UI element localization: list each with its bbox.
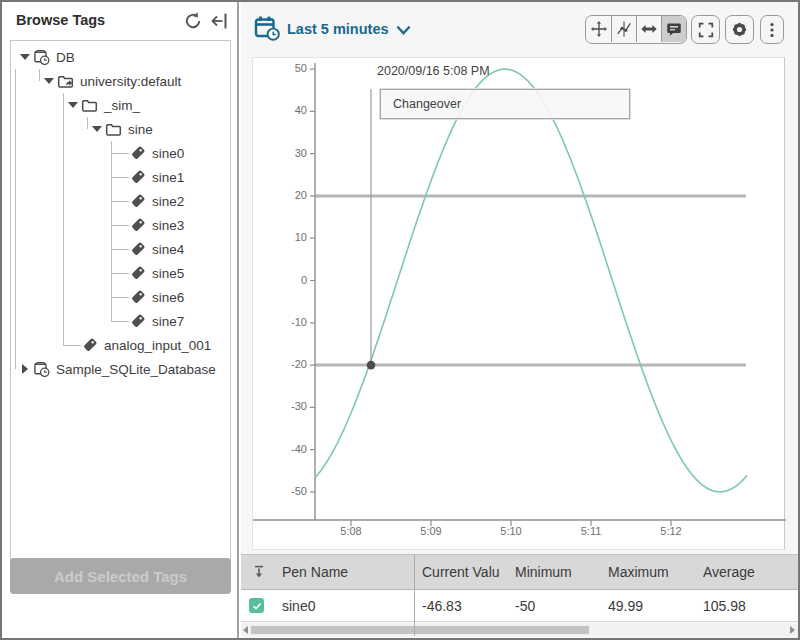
y-tick-label: 40 (253, 104, 307, 116)
horizontal-scrollbar[interactable] (241, 624, 798, 636)
tag-icon (129, 265, 146, 282)
tree-item-label: analog_input_001 (104, 338, 211, 353)
tag-tree: DBuniversity:default_sim_sinesine0sine1s… (10, 40, 231, 589)
time-range-selector[interactable]: Last 5 minutes (287, 21, 389, 37)
pin-column-header[interactable] (247, 555, 271, 589)
column-header-maximum[interactable]: Maximum (608, 555, 669, 589)
limit-lines (315, 196, 746, 365)
tree-item-sine[interactable]: sine (11, 117, 230, 141)
trend-cursor-button[interactable] (611, 16, 636, 42)
scroll-left-arrow[interactable] (243, 626, 248, 634)
column-header-minimum[interactable]: Minimum (515, 555, 572, 589)
expander-spacer (113, 189, 129, 213)
tree-item-university:default[interactable]: university:default (11, 69, 230, 93)
calendar-clock-icon[interactable] (254, 15, 281, 42)
more-options-button[interactable] (760, 15, 784, 44)
pan-icon (590, 20, 608, 38)
refresh-icon[interactable] (183, 11, 203, 31)
chart-tools-group (585, 15, 687, 44)
add-selected-tags-button[interactable]: Add Selected Tags (10, 558, 231, 594)
pen-row-sine0[interactable]: sine0 -46.83 -50 49.99 105.98 (241, 590, 798, 622)
horizontal-range-icon (640, 20, 658, 38)
fullscreen-button[interactable] (691, 15, 720, 44)
expander-spacer (113, 237, 129, 261)
tree-item-label: sine1 (152, 170, 184, 185)
tag-icon (129, 217, 146, 234)
app-window: Browse Tags DBuniversity:default_sim_sin… (0, 0, 800, 640)
db-icon (33, 361, 50, 378)
expander-down-icon[interactable] (89, 117, 105, 141)
y-tick-label: -10 (253, 316, 307, 328)
tree-item-label: sine7 (152, 314, 184, 329)
pen-checkbox[interactable] (249, 598, 264, 613)
folder-icon (81, 97, 98, 114)
tree-item-sine2[interactable]: sine2 (11, 189, 230, 213)
tree-item-DB[interactable]: DB (11, 45, 230, 69)
y-tick-label: 20 (253, 189, 307, 201)
expander-spacer (113, 141, 129, 165)
annotation-marker-dot[interactable] (367, 361, 376, 370)
column-header-average[interactable]: Average (703, 555, 755, 589)
tree-item-sine7[interactable]: sine7 (11, 309, 230, 333)
x-tick-label: 5:11 (569, 525, 613, 537)
settings-button[interactable] (725, 15, 754, 44)
tree-item-sine4[interactable]: sine4 (11, 237, 230, 261)
tree-item-sine6[interactable]: sine6 (11, 285, 230, 309)
expander-down-icon[interactable] (17, 45, 33, 69)
column-header-pen-name[interactable]: Pen Name (282, 555, 348, 589)
expander-down-icon[interactable] (41, 69, 57, 93)
annotation-icon (665, 20, 683, 38)
chevron-down-icon[interactable] (396, 25, 411, 36)
minimum-cell: -50 (515, 590, 535, 621)
browse-tags-header: Browse Tags (2, 2, 237, 40)
browse-tags-panel: Browse Tags DBuniversity:default_sim_sin… (2, 2, 239, 638)
y-tick-label: -30 (253, 400, 307, 412)
horizontal-range-button[interactable] (636, 16, 661, 42)
annotation-box[interactable]: Changeover (380, 89, 630, 119)
pen-name-cell: sine0 (282, 590, 315, 621)
y-tick-label: -20 (253, 358, 307, 370)
tree-item-analog_input_001[interactable]: analog_input_001 (11, 333, 230, 357)
scrollbar-thumb[interactable] (251, 626, 589, 634)
folder-icon (105, 121, 122, 138)
tree-item-sine0[interactable]: sine0 (11, 141, 230, 165)
fullscreen-icon (697, 21, 715, 39)
expander-spacer (113, 165, 129, 189)
sine0-curve (315, 69, 747, 492)
tree-item-sine5[interactable]: sine5 (11, 261, 230, 285)
tree-item-_sim_[interactable]: _sim_ (11, 93, 230, 117)
expander-right-icon[interactable] (17, 357, 33, 381)
pan-button[interactable] (586, 16, 611, 42)
tree-item-label: sine6 (152, 290, 184, 305)
folder-link-icon (57, 73, 74, 90)
column-header-current-value[interactable]: Current Valu (422, 555, 500, 589)
pen-table: Pen Name Current Valu Minimum Maximum Av… (241, 554, 798, 638)
expander-spacer (113, 261, 129, 285)
tree-item-label: sine3 (152, 218, 184, 233)
settings-gear-icon (730, 20, 749, 39)
collapse-left-icon[interactable] (209, 11, 229, 31)
pinned-column-divider (414, 554, 415, 636)
expander-down-icon[interactable] (65, 93, 81, 117)
pin-icon (251, 564, 267, 580)
tree-item-label: DB (56, 50, 75, 65)
tree-item-Sample_SQLite_Database[interactable]: Sample_SQLite_Database (11, 357, 230, 381)
trend-chart[interactable]: 50403020100-10-20-30-40-50 5:085:095:105… (252, 57, 785, 550)
expander-spacer (113, 285, 129, 309)
tree-item-sine3[interactable]: sine3 (11, 213, 230, 237)
tree-item-sine1[interactable]: sine1 (11, 165, 230, 189)
scroll-right-arrow[interactable] (790, 626, 795, 634)
tag-icon (129, 169, 146, 186)
trend-panel: Last 5 minutes 50403020100-10-20-30-40 (241, 2, 798, 638)
trend-cursor-icon (615, 20, 633, 38)
tag-icon (129, 145, 146, 162)
y-tick-label: 30 (253, 147, 307, 159)
annotation-button[interactable] (661, 16, 686, 42)
tree-item-label: sine5 (152, 266, 184, 281)
chart-canvas (253, 58, 786, 551)
maximum-cell: 49.99 (608, 590, 643, 621)
pen-table-header: Pen Name Current Valu Minimum Maximum Av… (241, 554, 798, 590)
tree-item-label: sine (128, 122, 153, 137)
tree-item-label: sine0 (152, 146, 184, 161)
tree-item-label: university:default (80, 74, 181, 89)
